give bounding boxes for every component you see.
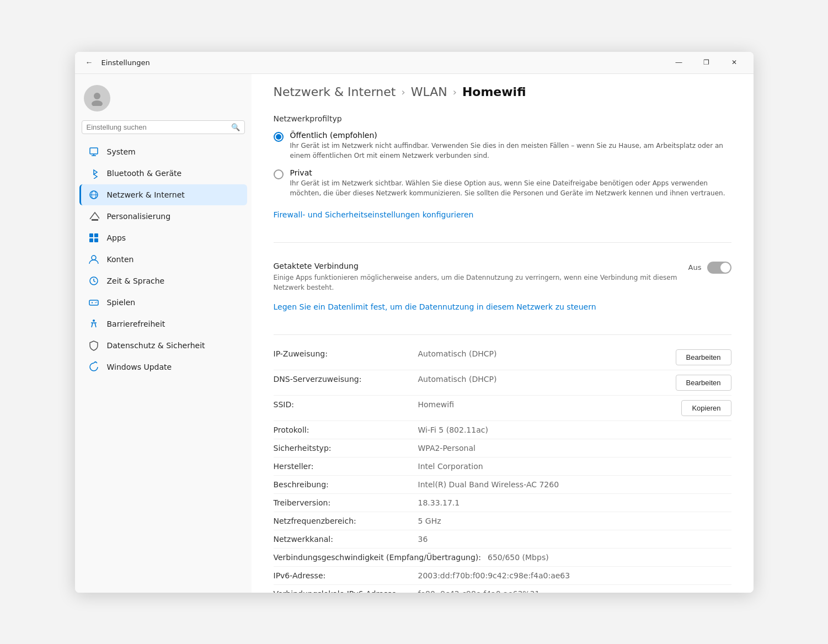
sidebar-item-time[interactable]: Zeit & Sprache	[79, 270, 247, 291]
radio-private-btn[interactable]	[274, 169, 284, 179]
info-row-2: SSID:HomewifiKopieren	[274, 396, 731, 421]
sidebar-item-apps[interactable]: Apps	[79, 227, 247, 248]
info-row-10: Verbindungsgeschwindigkeit (Empfang/Über…	[274, 549, 731, 567]
info-label-5: Hersteller:	[274, 462, 412, 471]
sidebar-item-label-time: Zeit & Sprache	[107, 276, 165, 285]
personalization-icon	[88, 211, 99, 222]
metered-toggle[interactable]	[707, 262, 731, 274]
info-row-6: Beschreibung:Intel(R) Dual Band Wireless…	[274, 476, 731, 494]
info-row-11: IPv6-Adresse:2003:dd:f70b:f00:9c42:c98e:…	[274, 567, 731, 585]
svg-rect-2	[90, 148, 98, 154]
update-icon	[88, 361, 99, 372]
radio-public-btn[interactable]	[274, 132, 284, 142]
radio-private-label: Privat	[290, 168, 731, 177]
sidebar-item-accounts[interactable]: Konten	[79, 249, 247, 270]
gaming-icon	[88, 297, 99, 308]
sidebar-item-update[interactable]: Windows Update	[79, 356, 247, 377]
sidebar-item-privacy[interactable]: Datenschutz & Sicherheit	[79, 335, 247, 356]
sidebar-item-label-gaming: Spielen	[107, 298, 136, 307]
info-label-10: Verbindungsgeschwindigkeit (Empfang/Über…	[274, 553, 481, 562]
info-row-12: Verbindungslokale IPv6-Adresse:fe80::9c4…	[274, 585, 731, 593]
info-label-1: DNS-Serverzuweisung:	[274, 375, 412, 384]
radio-option-private[interactable]: Privat Ihr Gerät ist im Netzwerk sichtba…	[274, 168, 731, 198]
search-input[interactable]	[87, 123, 231, 131]
title-bar: ← Einstellungen — ❐ ✕	[75, 52, 754, 74]
edit-button-0[interactable]: Bearbeiten	[676, 349, 731, 365]
sidebar-item-network[interactable]: Netzwerk & Internet	[79, 184, 247, 205]
sidebar-item-personalization[interactable]: Personalisierung	[79, 206, 247, 227]
sidebar-item-label-privacy: Datenschutz & Sicherheit	[107, 341, 205, 350]
back-button[interactable]: ←	[82, 55, 97, 70]
info-row-7: Treiberversion:18.33.17.1	[274, 494, 731, 512]
divider-1	[274, 242, 731, 243]
network-icon	[88, 189, 99, 200]
svg-rect-10	[94, 233, 98, 237]
metered-row: Getaktete Verbindung Einige Apps funktio…	[274, 253, 731, 301]
svg-rect-8	[92, 219, 98, 221]
info-row-3: Protokoll:Wi-Fi 5 (802.11ac)	[274, 421, 731, 439]
search-box[interactable]: 🔍	[82, 120, 245, 134]
info-row-5: Hersteller:Intel Corporation	[274, 457, 731, 476]
profile-type-title: Netzwerkprofiltyp	[274, 114, 731, 123]
sidebar-item-bluetooth[interactable]: Bluetooth & Geräte	[79, 163, 247, 184]
metered-title: Getaktete Verbindung	[274, 262, 682, 270]
info-rows-container: IP-Zuweisung:Automatisch (DHCP)Bearbeite…	[274, 345, 731, 593]
info-value-7: 18.33.17.1	[418, 498, 731, 507]
info-value-4: WPA2-Personal	[418, 444, 731, 453]
minimize-button[interactable]: —	[666, 54, 692, 71]
info-value-5: Intel Corporation	[418, 462, 731, 471]
restore-button[interactable]: ❐	[694, 54, 719, 71]
copy-button-2[interactable]: Kopieren	[681, 400, 731, 416]
info-label-9: Netzwerkkanal:	[274, 535, 412, 544]
radio-public-desc: Ihr Gerät ist im Netzwerk nicht auffindb…	[290, 141, 731, 161]
window-title: Einstellungen	[102, 58, 666, 67]
info-value-9: 36	[418, 535, 731, 544]
svg-rect-9	[89, 233, 93, 237]
info-row-9: Netzwerkkanal:36	[274, 530, 731, 549]
metered-content: Getaktete Verbindung Einige Apps funktio…	[274, 262, 682, 292]
svg-point-13	[92, 256, 96, 260]
radio-private-desc: Ihr Gerät ist im Netzwerk sichtbar. Wähl…	[290, 178, 731, 198]
svg-rect-11	[89, 238, 93, 242]
sidebar-item-label-accessibility: Barrierefreiheit	[107, 320, 165, 328]
info-value-6: Intel(R) Dual Band Wireless-AC 7260	[418, 480, 731, 489]
sidebar-item-accessibility[interactable]: Barrierefreiheit	[79, 313, 247, 334]
breadcrumb: Netzwerk & Internet › WLAN › Homewifi	[274, 85, 731, 99]
info-label-6: Beschreibung:	[274, 480, 412, 489]
system-icon	[88, 146, 99, 157]
bluetooth-icon	[88, 168, 99, 179]
breadcrumb-sep1: ›	[401, 86, 405, 98]
avatar	[84, 85, 110, 111]
info-value-8: 5 GHz	[418, 517, 731, 525]
close-button[interactable]: ✕	[722, 54, 747, 71]
sidebar-item-label-update: Windows Update	[107, 363, 172, 371]
sidebar: 🔍 SystemBluetooth & GeräteNetzwerk & Int…	[75, 74, 252, 593]
main-area: 🔍 SystemBluetooth & GeräteNetzwerk & Int…	[75, 74, 754, 593]
radio-private-text: Privat Ihr Gerät ist im Netzwerk sichtba…	[290, 168, 731, 198]
radio-option-public[interactable]: Öffentlich (empfohlen) Ihr Gerät ist im …	[274, 131, 731, 161]
search-icon: 🔍	[231, 123, 240, 131]
data-limit-link[interactable]: Legen Sie ein Datenlimit fest, um die Da…	[274, 302, 596, 311]
radio-group: Öffentlich (empfohlen) Ihr Gerät ist im …	[274, 131, 731, 198]
info-value-12: fe80::9c42:c98e:f4a0:ae63%31	[418, 589, 731, 593]
apps-icon	[88, 232, 99, 243]
metered-desc: Einige Apps funktionieren möglicherweise…	[274, 273, 682, 292]
accounts-icon	[88, 254, 99, 265]
info-value-10: 650/650 (Mbps)	[488, 553, 731, 562]
info-value-3: Wi-Fi 5 (802.11ac)	[418, 425, 731, 434]
sidebar-item-system[interactable]: System	[79, 141, 247, 162]
info-row-0: IP-Zuweisung:Automatisch (DHCP)Bearbeite…	[274, 345, 731, 370]
svg-point-0	[94, 93, 100, 99]
firewall-link[interactable]: Firewall- und Sicherheitseinstellungen k…	[274, 210, 474, 219]
info-label-11: IPv6-Adresse:	[274, 571, 412, 580]
breadcrumb-level2: WLAN	[411, 85, 447, 99]
info-label-8: Netzfrequenzbereich:	[274, 517, 412, 525]
breadcrumb-level3: Homewifi	[462, 85, 526, 99]
sidebar-item-gaming[interactable]: Spielen	[79, 292, 247, 313]
radio-public-text: Öffentlich (empfohlen) Ihr Gerät ist im …	[290, 131, 731, 161]
svg-rect-12	[94, 238, 98, 242]
divider-2	[274, 334, 731, 335]
metered-toggle-label: Aus	[688, 263, 702, 272]
metered-toggle-wrap: Aus	[688, 262, 731, 274]
edit-button-1[interactable]: Bearbeiten	[676, 375, 731, 391]
